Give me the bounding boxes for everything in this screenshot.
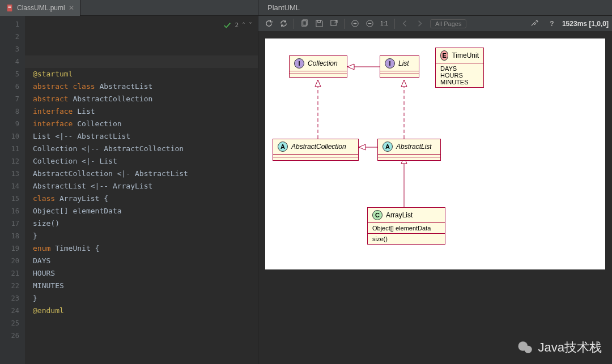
class-badge: C	[372, 210, 382, 220]
interface-badge: I	[294, 58, 304, 68]
preview-toolbar: 1:1 All Pages ? 1523ms [1,0,0]	[258, 16, 612, 32]
refresh-button[interactable]	[262, 17, 275, 31]
line-gutter: 1234567891011121314151617181920212223242…	[0, 16, 25, 364]
checkmark-icon	[223, 22, 231, 29]
settings-button[interactable]	[528, 17, 542, 31]
save-button[interactable]	[312, 17, 326, 31]
plantuml-preview-panel: 1:1 All Pages ? 1523ms [1,0,0]	[258, 16, 612, 364]
close-icon[interactable]: ✕	[69, 4, 74, 12]
prev-issue-button[interactable]: ˄	[242, 19, 245, 32]
uml-class-arraylist: CArrayList Object[] elementData size()	[367, 207, 445, 245]
help-button[interactable]: ?	[545, 17, 559, 31]
current-line-highlight	[25, 55, 258, 68]
code-lines[interactable]: @startumlabstract class AbstractListabst…	[33, 68, 258, 317]
auto-refresh-button[interactable]	[277, 17, 290, 31]
zoom-in-button[interactable]	[348, 17, 362, 31]
render-time-label: 1523ms [1,0,0]	[562, 20, 609, 28]
interface-badge: I	[385, 58, 395, 68]
abstract-badge: A	[382, 142, 393, 152]
abstract-badge: A	[278, 142, 288, 152]
file-tab[interactable]: ClassUML.puml ✕	[0, 0, 80, 16]
copy-button[interactable]	[298, 17, 311, 31]
export-button[interactable]	[327, 17, 341, 31]
svg-rect-2	[8, 7, 11, 8]
svg-rect-5	[317, 20, 320, 23]
svg-rect-6	[330, 20, 335, 25]
uml-class-abstractlist: AAbstractList	[377, 139, 441, 161]
next-page-button[interactable]	[413, 17, 427, 31]
file-tab-label: ClassUML.puml	[17, 4, 65, 12]
uml-class-list: IList	[380, 55, 419, 78]
uml-class-collection: ICollection	[289, 55, 347, 78]
uml-enum-timeunit: ETimeUnit DAYS HOURS MINUTES	[435, 48, 484, 88]
watermark: Java技术栈	[517, 339, 602, 356]
panel-title: PlantUML	[267, 3, 300, 12]
code-editor[interactable]: 1234567891011121314151617181920212223242…	[0, 16, 258, 364]
enum-badge: E	[440, 50, 448, 61]
prev-page-button[interactable]	[398, 17, 412, 31]
zoom-out-button[interactable]	[363, 17, 376, 31]
all-pages-button[interactable]: All Pages	[430, 19, 466, 28]
wechat-icon	[517, 339, 534, 356]
zoom-reset-button[interactable]: 1:1	[377, 17, 391, 31]
svg-point-15	[524, 346, 532, 353]
issue-count: 2	[235, 19, 239, 32]
uml-canvas[interactable]: ICollection IList ETimeUnit DAYS HOURS M…	[265, 38, 605, 269]
uml-class-abstractcollection: AAbstractCollection	[273, 139, 359, 161]
next-issue-button[interactable]: ˅	[249, 19, 252, 32]
file-icon	[6, 4, 14, 12]
svg-rect-1	[8, 6, 11, 6]
inspection-status: 2 ˄ ˅	[223, 19, 252, 32]
